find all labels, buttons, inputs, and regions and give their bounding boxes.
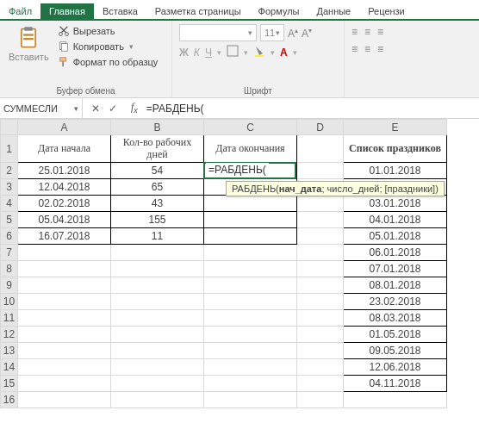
align-top-icon[interactable]: ≡	[351, 26, 358, 38]
cell[interactable]	[111, 392, 204, 408]
col-header-b[interactable]: B	[111, 120, 204, 135]
cell[interactable]	[297, 245, 344, 261]
tab-data[interactable]: Данные	[308, 3, 359, 19]
cell[interactable]	[297, 359, 344, 376]
cell[interactable]: 16.07.2018	[18, 228, 111, 245]
cell[interactable]: 02.02.2018	[18, 196, 111, 212]
cell[interactable]	[18, 245, 111, 261]
cell[interactable]: Дата начала	[18, 135, 111, 163]
cell[interactable]: 11	[111, 228, 204, 245]
formula-input[interactable]: =РАБДЕНЬ(	[143, 103, 479, 115]
align-left-icon[interactable]: ≡	[351, 43, 358, 55]
tab-insert[interactable]: Вставка	[94, 3, 146, 19]
paste-button[interactable]: Вставить	[7, 24, 51, 69]
cell[interactable]: 01.01.2018	[344, 163, 447, 179]
font-size-select[interactable]: 11▾	[260, 24, 284, 41]
cell[interactable]	[18, 359, 111, 376]
row-header[interactable]: 8	[1, 261, 18, 277]
cell[interactable]: 65	[111, 179, 204, 196]
row-header[interactable]: 5	[1, 212, 18, 228]
cell[interactable]	[204, 261, 297, 277]
cell[interactable]	[297, 261, 344, 277]
cell[interactable]	[111, 376, 204, 392]
row-header[interactable]: 16	[1, 392, 18, 408]
cell[interactable]: 05.01.2018	[344, 228, 447, 245]
cell[interactable]: 25.01.2018	[18, 163, 111, 179]
cell[interactable]	[111, 261, 204, 277]
cell[interactable]	[204, 245, 297, 261]
cell[interactable]	[204, 196, 297, 212]
cell[interactable]	[344, 392, 447, 408]
border-button[interactable]	[227, 45, 239, 59]
name-box[interactable]: СУММЕСЛИ ▾	[0, 98, 83, 118]
cell[interactable]: 03.01.2018	[344, 196, 447, 212]
font-color-button[interactable]: A	[280, 47, 288, 59]
tab-home[interactable]: Главная	[40, 3, 94, 19]
cell[interactable]	[111, 359, 204, 376]
cell[interactable]	[18, 392, 111, 408]
cell[interactable]	[111, 277, 204, 294]
cell[interactable]	[18, 327, 111, 343]
fx-icon[interactable]: fx	[126, 101, 143, 115]
cell[interactable]	[297, 212, 344, 228]
cell[interactable]	[204, 376, 297, 392]
cell[interactable]	[204, 310, 297, 327]
row-header[interactable]: 13	[1, 343, 18, 359]
cell[interactable]: 23.02.2018	[344, 294, 447, 310]
cell[interactable]: 07.01.2018	[344, 261, 447, 277]
cell[interactable]	[297, 310, 344, 327]
col-header-a[interactable]: A	[18, 120, 111, 135]
cell[interactable]	[18, 376, 111, 392]
cell[interactable]	[18, 310, 111, 327]
shrink-font-icon[interactable]: A▾	[302, 27, 312, 40]
bold-button[interactable]: Ж	[179, 47, 189, 59]
col-header-d[interactable]: D	[297, 120, 344, 135]
cell[interactable]	[18, 261, 111, 277]
chevron-down-icon[interactable]: ▾	[74, 104, 78, 113]
cell[interactable]	[111, 327, 204, 343]
cell[interactable]	[204, 212, 297, 228]
underline-button[interactable]: Ч	[205, 47, 212, 59]
cell[interactable]	[111, 343, 204, 359]
cell[interactable]: Кол-во рабочих дней	[111, 135, 204, 163]
row-header[interactable]: 11	[1, 310, 18, 327]
cell[interactable]: 06.01.2018	[344, 245, 447, 261]
copy-button[interactable]: Копировать▾	[56, 40, 160, 53]
tab-file[interactable]: Файл	[0, 3, 40, 19]
cell[interactable]	[204, 327, 297, 343]
cell[interactable]: 01.05.2018	[344, 327, 447, 343]
row-header[interactable]: 2	[1, 163, 18, 179]
cell[interactable]: 08.01.2018	[344, 277, 447, 294]
row-header[interactable]: 4	[1, 196, 18, 212]
accept-formula-icon[interactable]: ✓	[109, 103, 117, 115]
cell[interactable]	[297, 163, 344, 179]
cell[interactable]	[111, 245, 204, 261]
row-header[interactable]: 15	[1, 376, 18, 392]
align-right-icon[interactable]: ≡	[377, 43, 383, 55]
cell[interactable]: 43	[111, 196, 204, 212]
align-middle-icon[interactable]: ≡	[364, 26, 370, 38]
row-header[interactable]: 1	[1, 135, 18, 163]
cell[interactable]: 155	[111, 212, 204, 228]
cell[interactable]: 12.06.2018	[344, 359, 447, 376]
cell[interactable]	[111, 294, 204, 310]
grow-font-icon[interactable]: A▴	[288, 27, 298, 40]
cut-button[interactable]: Вырезать	[56, 24, 160, 38]
cell[interactable]: 54	[111, 163, 204, 179]
row-header[interactable]: 9	[1, 277, 18, 294]
cell[interactable]	[297, 294, 344, 310]
cell[interactable]	[18, 343, 111, 359]
select-all-corner[interactable]	[1, 120, 18, 135]
cell[interactable]	[297, 135, 344, 163]
col-header-e[interactable]: E	[344, 120, 447, 135]
tab-page-layout[interactable]: Разметка страницы	[146, 3, 250, 19]
cell[interactable]: Список праздников	[344, 135, 447, 163]
fill-color-button[interactable]	[253, 45, 265, 59]
cell[interactable]: 09.05.2018	[344, 343, 447, 359]
cancel-formula-icon[interactable]: ✕	[91, 103, 100, 115]
cell[interactable]	[204, 343, 297, 359]
tab-review[interactable]: Рецензи	[359, 3, 414, 19]
cell[interactable]	[111, 310, 204, 327]
cell[interactable]	[297, 392, 344, 408]
italic-button[interactable]: К	[194, 47, 200, 59]
